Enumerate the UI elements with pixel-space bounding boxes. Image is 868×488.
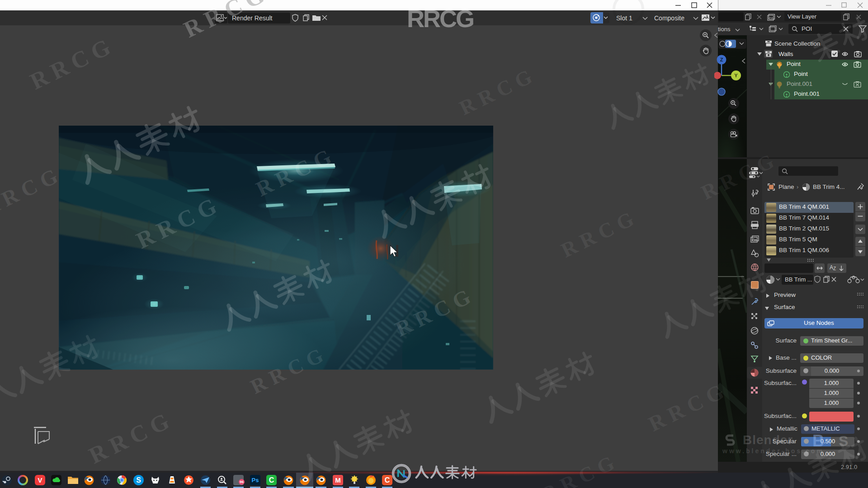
svg-text:Z: Z: [720, 57, 723, 62]
svg-text:Y: Y: [734, 73, 738, 78]
